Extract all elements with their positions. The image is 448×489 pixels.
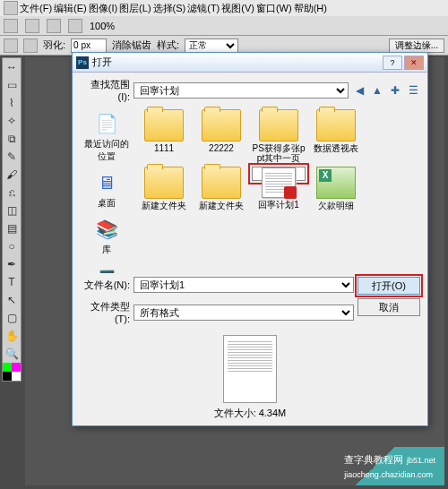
hand-icon[interactable] [68,19,82,33]
marquee-icon[interactable] [23,39,38,53]
file-item[interactable]: 1111 [137,109,191,163]
zoom-value: 100% [90,21,115,31]
style-select[interactable]: 正常 [185,39,238,53]
wand-tool[interactable]: ✧ [3,112,21,130]
filetype-label: 文件类型(T): [80,300,130,324]
gradient-tool[interactable]: ▤ [3,219,21,237]
history-icon[interactable] [25,19,39,33]
open-button[interactable]: 打开(O) [358,277,420,295]
bridge-icon[interactable] [4,19,18,33]
app-icon [4,1,18,15]
menu-select[interactable]: 选择(S) [153,2,186,15]
stamp-tool[interactable]: ⎌ [3,184,21,202]
filename-label: 文件名(N): [80,279,130,292]
file-label: PS获得多张ppt其中一页 [252,143,306,163]
file-item[interactable]: 数据透视表 [309,109,363,163]
antialias-label: 消除锯齿 [112,39,151,52]
refine-edge-button[interactable]: 调整边缘... [389,39,444,53]
menu-view[interactable]: 视图(V) [221,2,254,15]
file-label: 新建文件夹 [199,201,244,210]
place-desktop[interactable]: 🖥桌面 [82,168,132,211]
file-item[interactable]: 22222 [194,109,248,163]
path-tool[interactable]: ↖ [3,291,21,309]
watermark: 查字典教程网 jb51.net jiaocheng.chazidian.com [335,447,444,485]
shape-tool[interactable]: ▢ [3,309,21,327]
menu-window[interactable]: 窗口(W) [256,2,292,15]
file-label: 22222 [209,143,234,153]
file-item[interactable]: PS获得多张ppt其中一页 [252,109,306,163]
lasso-tool[interactable]: ⌇ [3,94,21,112]
menu-file[interactable]: 文件(F) [20,2,52,15]
lookin-label: 查找范围(I): [80,78,130,102]
place-computer[interactable]: 💻计算机 [82,262,132,273]
menu-edit[interactable]: 编辑(E) [54,2,87,15]
tool-preset-icon[interactable] [4,39,18,53]
file-label: 1111 [154,143,174,153]
places-bar: 📄最近访问的位置 🖥桌面 📚库 💻计算机 🌐网络 [80,106,134,273]
lookin-select[interactable]: 回寧计划 [134,82,349,99]
open-dialog: Ps 打开 ? ✕ 查找范围(I): 回寧计划 ◀ ▲ ✚ ☰ 📄最近访问的位置… [72,52,428,426]
file-item[interactable]: 新建文件夹 [137,167,191,210]
menu-help[interactable]: 帮助(H) [294,2,327,15]
newfolder-icon[interactable]: ✚ [388,83,402,98]
file-item[interactable]: 欠款明细 [309,167,363,210]
file-label: 新建文件夹 [142,201,186,210]
app-toolbar: 100% [0,16,448,36]
menu-image[interactable]: 图像(I) [89,2,117,15]
type-tool[interactable]: T [3,273,21,291]
viewmenu-icon[interactable]: ☰ [406,83,420,98]
menu-layer[interactable]: 图层(L) [119,2,151,15]
ps-icon: Ps [76,56,89,69]
zoom-tool[interactable]: 🔍 [3,345,21,363]
feather-label: 羽化: [43,39,65,52]
back-icon[interactable]: ◀ [352,83,366,98]
file-item[interactable]: 回寧计划1 [252,167,306,181]
filename-input[interactable]: 回寧计划1 [134,277,354,293]
filesize-label: 文件大小: 4.34M [214,407,286,420]
file-item[interactable]: 新建文件夹 [194,167,248,210]
close-button[interactable]: ✕ [404,56,424,70]
eraser-tool[interactable]: ◫ [3,202,21,219]
brush-tool[interactable]: 🖌 [3,166,21,184]
hand-tool[interactable]: ✋ [3,327,21,345]
preview-thumbnail [223,335,277,403]
filetype-select[interactable]: 所有格式 [134,305,354,321]
help-button[interactable]: ? [383,56,402,70]
file-list: 111122222PS获得多张ppt其中一页数据透视表新建文件夹新建文件夹回寧计… [134,106,420,273]
menu-bar: 文件(F) 编辑(E) 图像(I) 图层(L) 选择(S) 滤镜(T) 视图(V… [0,0,448,16]
cancel-button[interactable]: 取消 [358,298,420,316]
color-swatch[interactable] [3,363,21,381]
eyedropper-tool[interactable]: ✎ [3,148,21,166]
up-icon[interactable]: ▲ [370,83,384,98]
pen-tool[interactable]: ✒ [3,255,21,273]
toolbox: ↔ ▭ ⌇ ✧ ⧉ ✎ 🖌 ⎌ ◫ ▤ ○ ✒ T ↖ ▢ ✋ 🔍 [2,57,22,382]
menu-filter[interactable]: 滤镜(T) [187,2,220,15]
feather-input[interactable] [71,39,107,53]
style-label: 样式: [157,39,179,52]
marquee-tool[interactable]: ▭ [3,76,21,94]
zoom-icon[interactable] [47,19,61,33]
file-label: 数据透视表 [314,143,358,153]
blur-tool[interactable]: ○ [3,237,21,255]
file-label: 回寧计划1 [258,200,299,210]
move-tool[interactable]: ↔ [3,58,21,76]
dialog-titlebar: Ps 打开 ? ✕ [73,53,427,73]
place-recent[interactable]: 📄最近访问的位置 [82,109,132,165]
crop-tool[interactable]: ⧉ [3,130,21,148]
place-libraries[interactable]: 📚库 [82,215,132,258]
dialog-title: 打开 [92,56,112,69]
file-label: 欠款明细 [318,201,354,210]
